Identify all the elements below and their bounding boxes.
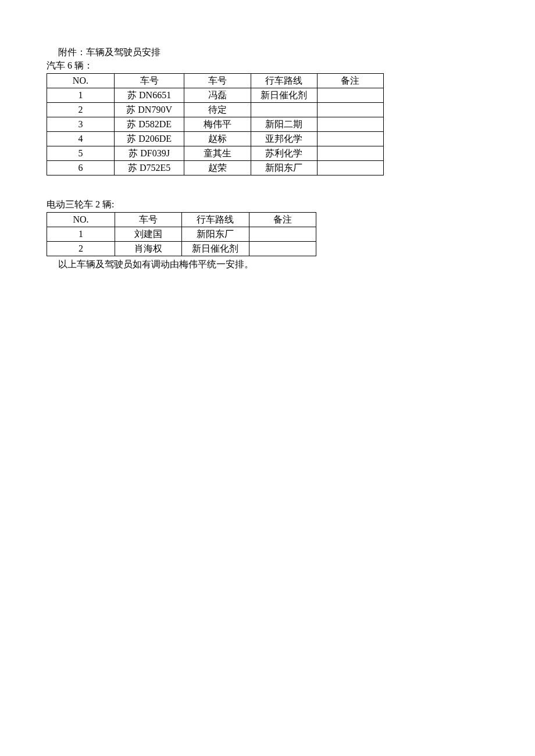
cell-driver: 刘建国	[115, 227, 181, 242]
table-row: 6 苏 D752E5 赵荣 新阳东厂	[47, 161, 384, 175]
table-header-row: NO. 车号 车号 行车路线 备注	[47, 74, 384, 88]
cell-plate: 苏 D582DE	[114, 117, 184, 132]
cell-plate: 苏 DN790V	[114, 103, 184, 117]
cell-route: 新日催化剂	[251, 88, 317, 103]
cell-remark	[249, 242, 316, 256]
cell-no: 3	[47, 117, 115, 132]
cell-plate: 苏 D206DE	[114, 132, 184, 146]
section2-subtitle: 电动三轮车 2 辆:	[47, 199, 488, 211]
cell-route: 新日催化剂	[182, 242, 249, 256]
cell-remark	[317, 132, 383, 146]
cars-table: NO. 车号 车号 行车路线 备注 1 苏 DN6651 冯磊 新日催化剂 2 …	[47, 73, 384, 175]
cell-no: 2	[47, 242, 115, 256]
cell-remark	[249, 227, 316, 242]
col-remark: 备注	[249, 213, 316, 227]
col-remark: 备注	[317, 74, 383, 88]
section1-subtitle: 汽车 6 辆：	[47, 60, 488, 72]
col-driver: 车号	[115, 213, 181, 227]
col-route: 行车路线	[251, 74, 317, 88]
cell-no: 1	[47, 88, 115, 103]
cell-no: 2	[47, 103, 115, 117]
table-row: 2 苏 DN790V 待定	[47, 103, 384, 117]
col-route: 行车路线	[182, 213, 249, 227]
cell-remark	[317, 88, 383, 103]
cell-route: 苏利化学	[251, 146, 317, 161]
table-row: 2 肖海权 新日催化剂	[47, 242, 316, 256]
cell-no: 1	[47, 227, 115, 242]
col-plate: 车号	[114, 74, 184, 88]
cell-plate: 苏 DN6651	[114, 88, 184, 103]
table-row: 1 刘建国 新阳东厂	[47, 227, 316, 242]
cell-driver: 冯磊	[184, 88, 251, 103]
cell-remark	[317, 146, 383, 161]
cell-route: 新阳二期	[251, 117, 317, 132]
cell-route	[251, 103, 317, 117]
cell-driver: 肖海权	[115, 242, 181, 256]
cell-route: 新阳东厂	[251, 161, 317, 175]
table-row: 5 苏 DF039J 童其生 苏利化学	[47, 146, 384, 161]
cell-remark	[317, 117, 383, 132]
tricycles-table: NO. 车号 行车路线 备注 1 刘建国 新阳东厂 2 肖海权 新日催化剂	[47, 212, 316, 256]
col-no: NO.	[47, 213, 115, 227]
cell-no: 5	[47, 146, 115, 161]
cell-driver: 童其生	[184, 146, 251, 161]
cell-driver: 赵标	[184, 132, 251, 146]
table-row: 4 苏 D206DE 赵标 亚邦化学	[47, 132, 384, 146]
col-driver: 车号	[184, 74, 251, 88]
cell-driver: 赵荣	[184, 161, 251, 175]
table-row: 1 苏 DN6651 冯磊 新日催化剂	[47, 88, 384, 103]
cell-route: 亚邦化学	[251, 132, 317, 146]
col-no: NO.	[47, 74, 115, 88]
cell-no: 4	[47, 132, 115, 146]
cell-remark	[317, 103, 383, 117]
cell-route: 新阳东厂	[182, 227, 249, 242]
cell-plate: 苏 DF039J	[114, 146, 184, 161]
document-title: 附件：车辆及驾驶员安排	[58, 46, 488, 59]
cell-driver: 梅伟平	[184, 117, 251, 132]
footer-note: 以上车辆及驾驶员如有调动由梅伟平统一安排。	[58, 259, 488, 271]
cell-driver: 待定	[184, 103, 251, 117]
cell-no: 6	[47, 161, 115, 175]
table-header-row: NO. 车号 行车路线 备注	[47, 213, 316, 227]
table-row: 3 苏 D582DE 梅伟平 新阳二期	[47, 117, 384, 132]
cell-plate: 苏 D752E5	[114, 161, 184, 175]
cell-remark	[317, 161, 383, 175]
